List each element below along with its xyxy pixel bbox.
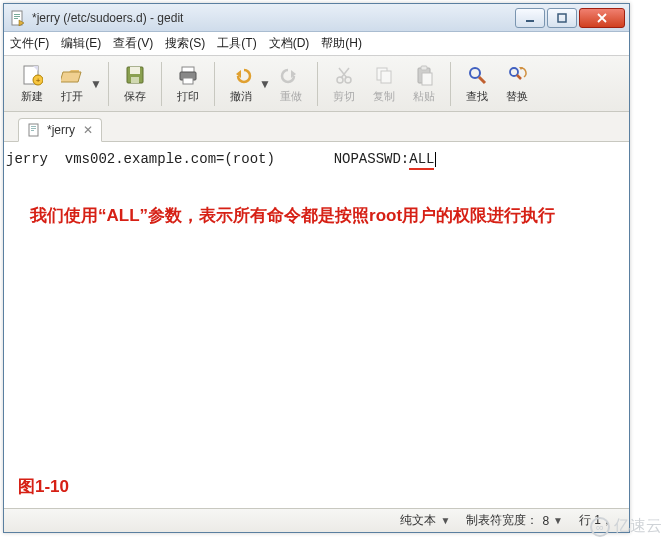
close-button[interactable]	[579, 8, 625, 28]
svg-rect-13	[131, 77, 139, 83]
svg-point-26	[470, 68, 480, 78]
text-editor[interactable]: jerry vms002.example.com=(root) NOPASSWD…	[4, 142, 629, 508]
menu-file[interactable]: 文件(F)	[10, 35, 49, 52]
undo-dropdown[interactable]: ▼	[259, 77, 271, 91]
open-button[interactable]: 打开	[52, 61, 92, 106]
copy-icon	[372, 63, 396, 87]
editor-line: jerry vms002.example.com=(root) NOPASSWD…	[6, 150, 627, 168]
figure-label: 图1-10	[18, 475, 69, 498]
menu-edit[interactable]: 编辑(E)	[61, 35, 101, 52]
new-file-icon: +	[20, 63, 44, 87]
svg-rect-32	[31, 130, 34, 131]
redo-label: 重做	[280, 89, 302, 104]
svg-rect-1	[14, 14, 20, 15]
menu-tools[interactable]: 工具(T)	[217, 35, 256, 52]
print-button[interactable]: 打印	[168, 61, 208, 106]
replace-button[interactable]: 替换	[497, 61, 537, 106]
toolbar-separator	[108, 62, 109, 106]
toolbar-separator	[161, 62, 162, 106]
maximize-button[interactable]	[547, 8, 577, 28]
svg-rect-25	[422, 73, 432, 85]
find-icon	[465, 63, 489, 87]
svg-rect-5	[526, 20, 534, 22]
svg-rect-22	[381, 71, 391, 83]
undo-label: 撤消	[230, 89, 252, 104]
find-label: 查找	[466, 89, 488, 104]
svg-point-20	[345, 77, 351, 83]
chevron-down-icon: ▼	[440, 515, 450, 526]
toolbar-separator	[450, 62, 451, 106]
tabwidth-selector[interactable]: 制表符宽度： 8 ▼	[458, 512, 571, 529]
svg-rect-2	[14, 16, 20, 17]
toolbar: + 新建 打开 ▼ 保存 打印 撤	[4, 56, 629, 112]
undo-button[interactable]: 撤消	[221, 61, 261, 106]
tab-label: *jerry	[47, 123, 75, 137]
svg-rect-16	[183, 78, 193, 84]
print-label: 打印	[177, 89, 199, 104]
copy-button[interactable]: 复制	[364, 61, 404, 106]
svg-rect-30	[31, 126, 36, 127]
menu-documents[interactable]: 文档(D)	[269, 35, 310, 52]
find-button[interactable]: 查找	[457, 61, 497, 106]
redo-button[interactable]: 重做	[271, 61, 311, 106]
open-icon	[60, 63, 84, 87]
language-selector[interactable]: 纯文本 ▼	[392, 512, 458, 529]
save-label: 保存	[124, 89, 146, 104]
svg-rect-12	[130, 67, 140, 74]
window-title: *jerry (/etc/sudoers.d) - gedit	[32, 11, 515, 25]
statusbar: 纯文本 ▼ 制表符宽度： 8 ▼ 行 1，	[4, 508, 629, 532]
paste-label: 粘贴	[413, 89, 435, 104]
svg-text:+: +	[36, 76, 41, 85]
toolbar-separator	[214, 62, 215, 106]
cut-button[interactable]: 剪切	[324, 61, 364, 106]
chevron-down-icon: ▼	[553, 515, 563, 526]
svg-rect-24	[421, 66, 427, 70]
menu-search[interactable]: 搜索(S)	[165, 35, 205, 52]
svg-rect-6	[558, 14, 566, 22]
cursor-position: 行 1，	[571, 512, 621, 529]
cut-label: 剪切	[333, 89, 355, 104]
new-label: 新建	[21, 89, 43, 104]
document-tab[interactable]: *jerry ✕	[18, 118, 102, 142]
cut-icon	[332, 63, 356, 87]
copy-label: 复制	[373, 89, 395, 104]
open-dropdown[interactable]: ▼	[90, 77, 102, 91]
app-window: *jerry (/etc/sudoers.d) - gedit 文件(F) 编辑…	[3, 3, 630, 533]
toolbar-separator	[317, 62, 318, 106]
open-label: 打开	[61, 89, 83, 104]
save-icon	[123, 63, 147, 87]
svg-rect-3	[14, 18, 18, 19]
paste-icon	[412, 63, 436, 87]
replace-icon	[505, 63, 529, 87]
text-cursor	[435, 152, 436, 167]
tab-strip: *jerry ✕	[4, 112, 629, 142]
svg-rect-31	[31, 128, 36, 129]
tab-close-button[interactable]: ✕	[81, 123, 95, 137]
app-icon	[10, 10, 26, 26]
undo-icon	[229, 63, 253, 87]
svg-point-19	[337, 77, 343, 83]
document-icon	[27, 123, 41, 137]
redo-icon	[279, 63, 303, 87]
window-controls	[515, 8, 625, 28]
minimize-button[interactable]	[515, 8, 545, 28]
print-icon	[176, 63, 200, 87]
annotation-text: 我们使用“ALL”参数，表示所有命令都是按照root用户的权限进行执行	[30, 204, 555, 227]
menu-view[interactable]: 查看(V)	[113, 35, 153, 52]
paste-button[interactable]: 粘贴	[404, 61, 444, 106]
new-button[interactable]: + 新建	[12, 61, 52, 106]
svg-point-27	[510, 68, 518, 76]
menu-help[interactable]: 帮助(H)	[321, 35, 362, 52]
replace-label: 替换	[506, 89, 528, 104]
titlebar: *jerry (/etc/sudoers.d) - gedit	[4, 4, 629, 32]
menubar: 文件(F) 编辑(E) 查看(V) 搜索(S) 工具(T) 文档(D) 帮助(H…	[4, 32, 629, 56]
save-button[interactable]: 保存	[115, 61, 155, 106]
